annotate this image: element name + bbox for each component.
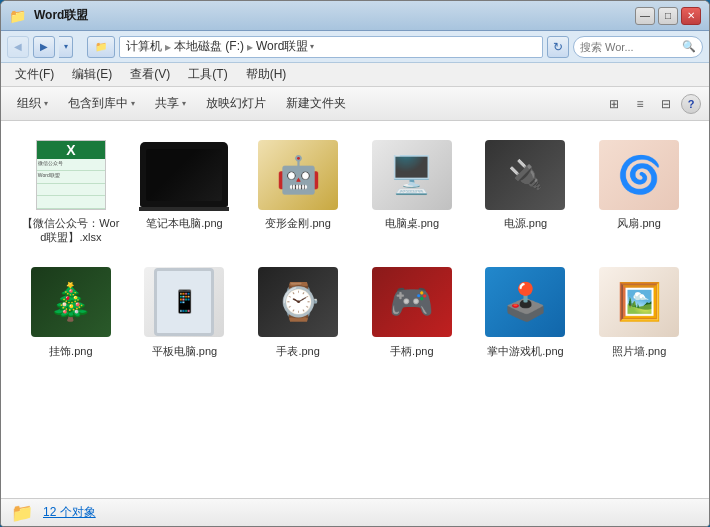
new-folder-label: 新建文件夹 [286, 95, 346, 112]
file-name: 电脑桌.png [385, 216, 439, 230]
toolbar-right: ⊞ ≡ ⊟ ? [603, 93, 701, 115]
list-item[interactable]: 📱 平板电脑.png [130, 259, 240, 364]
path-drive: 本地磁盘 (F:)▸ [174, 38, 256, 55]
file-name: 照片墙.png [612, 344, 666, 358]
address-path[interactable]: 计算机▸ 本地磁盘 (F:)▸ Word联盟▾ [119, 36, 543, 58]
file-thumbnail: 🕹️ [480, 265, 570, 340]
menu-file[interactable]: 文件(F) [7, 64, 62, 85]
file-thumbnail: ⌚ [253, 265, 343, 340]
up-button[interactable]: 📁 [87, 36, 115, 58]
title-bar: 📁 Word联盟 — □ ✕ [1, 1, 709, 31]
window-icon: 📁 [9, 8, 26, 24]
list-item[interactable]: 🖼️ 照片墙.png [584, 259, 694, 364]
list-item[interactable]: 🌀 风扇.png [584, 131, 694, 251]
list-item[interactable]: ⌚ 手表.png [243, 259, 353, 364]
add-library-label: 包含到库中 [68, 95, 128, 112]
search-box[interactable]: 🔍 [573, 36, 703, 58]
status-folder-icon: 📁 [11, 502, 33, 524]
menu-tools[interactable]: 工具(T) [180, 64, 235, 85]
file-name: 笔记本电脑.png [146, 216, 222, 230]
file-thumbnail: 📱 [139, 265, 229, 340]
file-name: 平板电脑.png [152, 344, 217, 358]
file-thumbnail: 🎮 [367, 265, 457, 340]
file-name: 手柄.png [390, 344, 433, 358]
list-item[interactable]: 🕹️ 掌中游戏机.png [471, 259, 581, 364]
list-item[interactable]: 🔌 电源.png [471, 131, 581, 251]
search-icon: 🔍 [682, 40, 696, 53]
search-input[interactable] [580, 41, 679, 53]
path-computer: 计算机▸ [126, 38, 174, 55]
file-thumbnail: 🔌 [480, 137, 570, 212]
address-bar: ◀ ▶ ▾ 📁 计算机▸ 本地磁盘 (F:)▸ Word联盟▾ ↻ 🔍 [1, 31, 709, 63]
list-item[interactable]: 🖥️ 电脑桌.png [357, 131, 467, 251]
back-button[interactable]: ◀ [7, 36, 29, 58]
explorer-window: 📁 Word联盟 — □ ✕ ◀ ▶ ▾ 📁 计算机▸ 本地磁盘 (F:)▸ W… [0, 0, 710, 527]
window-title: Word联盟 [30, 7, 635, 24]
file-name: 挂饰.png [49, 344, 92, 358]
help-button[interactable]: ? [681, 94, 701, 114]
file-thumbnail: 🖼️ [594, 265, 684, 340]
file-grid: X 微信公众号 Word联盟 【微信公众号：Word联盟】.xlsx [1, 121, 709, 498]
file-thumbnail [139, 137, 229, 212]
file-thumbnail: 🖥️ [367, 137, 457, 212]
slideshow-label: 放映幻灯片 [206, 95, 266, 112]
toolbar: 组织 ▾ 包含到库中 ▾ 共享 ▾ 放映幻灯片 新建文件夹 ⊞ ≡ ⊟ ? [1, 87, 709, 121]
file-thumbnail: 🤖 [253, 137, 343, 212]
add-library-arrow: ▾ [131, 99, 135, 108]
menu-bar: 文件(F) 编辑(E) 查看(V) 工具(T) 帮助(H) [1, 63, 709, 87]
content-area: X 微信公众号 Word联盟 【微信公众号：Word联盟】.xlsx [1, 121, 709, 498]
add-library-button[interactable]: 包含到库中 ▾ [60, 92, 143, 115]
view-list[interactable]: ≡ [629, 93, 651, 115]
close-button[interactable]: ✕ [681, 7, 701, 25]
file-name: 变形金刚.png [265, 216, 330, 230]
share-arrow: ▾ [182, 99, 186, 108]
file-name: 【微信公众号：Word联盟】.xlsx [21, 216, 121, 245]
slideshow-button[interactable]: 放映幻灯片 [198, 92, 274, 115]
forward-button[interactable]: ▶ [33, 36, 55, 58]
menu-view[interactable]: 查看(V) [122, 64, 178, 85]
refresh-button[interactable]: ↻ [547, 36, 569, 58]
organize-arrow: ▾ [44, 99, 48, 108]
minimize-button[interactable]: — [635, 7, 655, 25]
share-button[interactable]: 共享 ▾ [147, 92, 194, 115]
list-item[interactable]: X 微信公众号 Word联盟 【微信公众号：Word联盟】.xlsx [16, 131, 126, 251]
menu-help[interactable]: 帮助(H) [238, 64, 295, 85]
view-details[interactable]: ⊟ [655, 93, 677, 115]
file-name: 电源.png [504, 216, 547, 230]
file-name: 风扇.png [617, 216, 660, 230]
list-item[interactable]: 🎮 手柄.png [357, 259, 467, 364]
file-thumbnail: X 微信公众号 Word联盟 [26, 137, 116, 212]
list-item[interactable]: 笔记本电脑.png [130, 131, 240, 251]
menu-edit[interactable]: 编辑(E) [64, 64, 120, 85]
organize-label: 组织 [17, 95, 41, 112]
list-item[interactable]: 🤖 变形金刚.png [243, 131, 353, 251]
share-label: 共享 [155, 95, 179, 112]
view-toggle[interactable]: ⊞ [603, 93, 625, 115]
file-thumbnail: 🎄 [26, 265, 116, 340]
new-folder-button[interactable]: 新建文件夹 [278, 92, 354, 115]
status-count[interactable]: 12 个对象 [43, 504, 96, 521]
path-current: Word联盟▾ [256, 38, 314, 55]
history-dropdown[interactable]: ▾ [59, 36, 73, 58]
window-controls: — □ ✕ [635, 7, 701, 25]
status-bar: 📁 12 个对象 [1, 498, 709, 526]
file-thumbnail: 🌀 [594, 137, 684, 212]
file-name: 手表.png [276, 344, 319, 358]
file-name: 掌中游戏机.png [487, 344, 563, 358]
list-item[interactable]: 🎄 挂饰.png [16, 259, 126, 364]
maximize-button[interactable]: □ [658, 7, 678, 25]
organize-button[interactable]: 组织 ▾ [9, 92, 56, 115]
